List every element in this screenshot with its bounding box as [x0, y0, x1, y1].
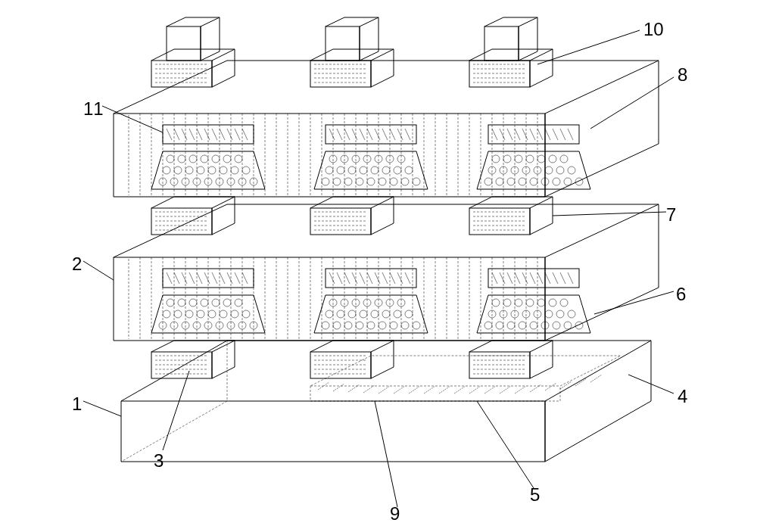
svg-point-293 [378, 178, 386, 185]
svg-line-108 [235, 272, 240, 284]
svg-rect-365 [484, 26, 519, 61]
isometric-drawing [76, 15, 681, 515]
callout-8: 8 [678, 64, 687, 86]
svg-line-142 [382, 272, 388, 284]
svg-line-6 [409, 386, 420, 394]
connector-blocks-top [151, 17, 553, 87]
svg-point-124 [405, 310, 413, 318]
svg-line-372 [553, 212, 666, 216]
svg-point-292 [367, 178, 375, 185]
svg-point-247 [197, 166, 204, 174]
svg-line-270 [227, 129, 232, 140]
svg-line-304 [375, 129, 380, 140]
svg-point-331 [564, 178, 572, 185]
svg-line-140 [367, 272, 372, 284]
tier2-block [114, 61, 659, 197]
svg-line-2 [348, 384, 360, 392]
svg-point-82 [174, 310, 182, 318]
svg-line-371 [594, 291, 674, 314]
svg-point-81 [163, 310, 170, 318]
svg-line-308 [405, 129, 410, 140]
svg-point-88 [242, 310, 250, 318]
svg-point-123 [394, 310, 401, 318]
svg-point-311 [515, 155, 522, 163]
svg-point-322 [556, 166, 564, 174]
svg-line-368 [163, 371, 189, 450]
svg-line-17 [575, 378, 587, 386]
technical-diagram [76, 15, 681, 515]
svg-line-100 [174, 272, 179, 284]
svg-line-137 [344, 272, 350, 284]
callout-4: 4 [678, 386, 687, 407]
svg-point-290 [344, 178, 352, 185]
svg-line-3 [363, 385, 375, 393]
svg-line-303 [367, 129, 372, 140]
svg-point-168 [564, 322, 572, 329]
svg-point-160 [568, 310, 575, 318]
svg-line-174 [515, 272, 520, 284]
svg-point-149 [526, 299, 534, 306]
svg-point-295 [401, 178, 409, 185]
svg-line-306 [390, 129, 395, 140]
svg-line-144 [397, 272, 403, 284]
svg-line-338 [522, 129, 528, 140]
svg-point-241 [212, 155, 220, 163]
svg-point-147 [503, 299, 511, 306]
svg-line-374 [375, 401, 397, 507]
svg-point-118 [337, 310, 344, 318]
svg-line-180 [560, 272, 565, 284]
svg-point-167 [553, 322, 560, 329]
svg-line-135 [329, 272, 335, 284]
callout-11: 11 [83, 98, 104, 120]
svg-line-18 [590, 375, 602, 382]
svg-line-105 [212, 272, 217, 284]
svg-line-375 [537, 30, 640, 64]
connector-blocks-middle [151, 197, 553, 235]
svg-line-141 [375, 272, 380, 284]
svg-line-366 [83, 401, 121, 416]
callout-10: 10 [643, 19, 664, 40]
svg-line-302 [360, 129, 365, 140]
svg-point-281 [337, 166, 344, 174]
svg-line-271 [235, 129, 240, 140]
svg-line-262 [167, 129, 172, 140]
svg-point-326 [507, 178, 515, 185]
svg-point-132 [401, 322, 409, 329]
svg-line-175 [522, 272, 528, 284]
svg-line-267 [204, 129, 210, 140]
svg-line-370 [477, 401, 534, 488]
svg-point-237 [167, 155, 174, 163]
svg-line-171 [492, 272, 497, 284]
svg-point-248 [208, 166, 216, 174]
svg-point-291 [356, 178, 363, 185]
svg-point-240 [201, 155, 208, 163]
svg-rect-134 [326, 269, 416, 288]
svg-line-298 [329, 129, 335, 140]
svg-line-307 [397, 129, 403, 140]
svg-line-178 [545, 272, 550, 284]
svg-point-127 [344, 322, 352, 329]
svg-line-8 [439, 386, 450, 394]
svg-point-314 [549, 155, 556, 163]
svg-point-288 [322, 178, 329, 185]
svg-point-122 [382, 310, 390, 318]
svg-line-109 [242, 272, 248, 284]
svg-point-324 [484, 178, 492, 185]
svg-line-173 [507, 272, 512, 284]
tier2-modules [151, 125, 590, 189]
svg-point-327 [519, 178, 526, 185]
svg-point-286 [394, 166, 401, 174]
svg-point-120 [360, 310, 367, 318]
svg-point-323 [568, 166, 575, 174]
svg-point-328 [530, 178, 537, 185]
svg-line-5 [394, 386, 405, 394]
svg-line-172 [500, 272, 505, 284]
svg-point-77 [201, 299, 208, 306]
svg-line-265 [189, 129, 195, 140]
connector-blocks-lower [151, 341, 553, 378]
svg-line-99 [167, 272, 172, 284]
tier1-modules [151, 269, 590, 333]
svg-point-117 [326, 310, 333, 318]
callout-5: 5 [530, 484, 540, 506]
svg-point-121 [371, 310, 378, 318]
